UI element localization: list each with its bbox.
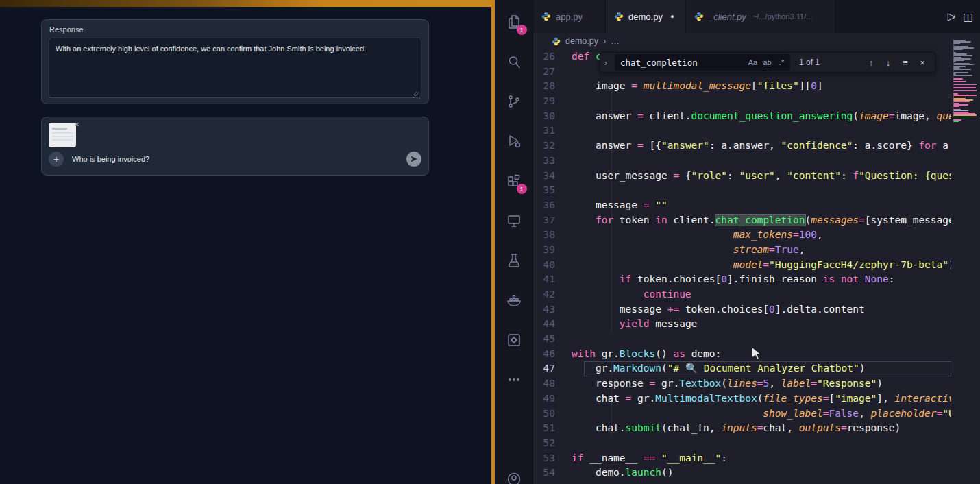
activity-item-tools[interactable] [500,326,528,354]
docker-icon [506,292,522,308]
code-line-36[interactable]: 36 message = "" [533,198,951,213]
response-block: Response With an extremely high level of… [41,19,429,104]
send-icon [410,155,418,163]
code-line-41[interactable]: 41 if token.choices[0].finish_reason is … [533,272,951,287]
vscode-window: 1 [495,0,980,484]
app-titlebar [0,0,491,7]
tab-bar-tabs: app.py demo.py● _client.py~/.../python3.… [533,0,835,33]
regex-toggle[interactable]: .* [775,56,788,69]
close-find-button[interactable]: × [916,56,929,69]
python-file-icon [614,12,624,21]
minimap[interactable] [951,33,980,484]
response-textarea[interactable]: With an extremely high level of confiden… [49,38,421,98]
run-dropdown-icon: ∨ [951,13,956,20]
code-line-34[interactable]: 34 user_message = {"role": "user", "cont… [533,169,951,184]
find-toggles: Aa ab .* [746,56,788,69]
activity-item-source-control[interactable] [500,88,528,115]
activity-item-more[interactable] [500,366,528,394]
code-lines: 26def chat_fn(multimodal_message):2728 i… [533,49,951,484]
code-line-29[interactable]: 29 [533,94,951,109]
tab-bar: app.py demo.py● _client.py~/.../python3.… [533,0,980,33]
code-line-42[interactable]: 42 continue [533,287,951,302]
code-line-44[interactable]: 44 yield message [533,317,951,332]
send-button[interactable] [406,152,421,167]
python-file-icon [541,12,551,21]
find-in-selection-button[interactable]: ≡ [898,56,912,69]
code-line-33[interactable]: 33 [533,154,951,169]
breadcrumb[interactable]: demo.py › … [533,33,951,49]
code-line-49[interactable]: 49 chat = gr.MultimodalTextbox(file_type… [533,391,951,407]
code-line-46[interactable]: 46with gr.Blocks() as demo: [533,347,951,362]
code-line-55[interactable]: 55 [533,481,951,484]
modified-dot: ● [667,13,677,20]
account-icon [506,471,522,484]
message-input[interactable] [72,155,398,163]
activity-bar: 1 [495,0,533,484]
find-widget: › Aa ab .* 1 of 1 ↑ ↓ ≡ × [600,52,935,73]
tab-demo.py[interactable]: demo.py● [606,0,686,33]
tab-_client.py[interactable]: _client.py~/.../python3.11/... [686,0,835,33]
testing-beaker-icon [506,252,522,269]
code-line-32[interactable]: 32 answer = [{"answer": a.answer, "confi… [533,138,951,154]
find-input-wrap: Aa ab .* [615,54,790,71]
breadcrumb-file: demo.py [565,36,598,46]
code-line-53[interactable]: 53if __name__ == "__main__": [533,451,951,466]
run-python-file-button[interactable]: ▷ ∨ [948,10,956,23]
activity-item-testing[interactable] [500,247,528,274]
textarea-resize-handle[interactable] [413,92,420,99]
activity-item-search[interactable] [500,48,528,75]
breadcrumb-more: … [611,36,620,46]
code-line-30[interactable]: 30 answer = client.document_question_ans… [533,109,951,124]
code-line-31[interactable]: 31 [533,123,951,138]
tools-gear-icon [506,332,522,348]
activity-item-explorer[interactable]: 1 [500,8,528,36]
activity-item-extensions[interactable]: 1 [500,167,528,195]
find-expand-toggle[interactable]: › [600,53,611,72]
remove-attachment-icon[interactable]: × [72,120,82,130]
whole-word-toggle[interactable]: ab [761,56,774,69]
gradio-app-window: Response With an extremely high level of… [0,0,491,484]
python-file-icon [552,37,561,46]
code-line-52[interactable]: 52 [533,436,951,451]
code-line-39[interactable]: 39 stream=True, [533,243,951,258]
split-editor-button[interactable]: ◫ [963,10,973,23]
find-results-count: 1 of 1 [799,58,820,67]
code-line-54[interactable]: 54 demo.launch() [533,465,951,481]
remote-explorer-icon [506,213,522,229]
add-attachment-button[interactable]: + [49,152,64,167]
editor-pane: 26def chat_fn(multimodal_message):2728 i… [533,49,951,484]
code-line-28[interactable]: 28 image = multimodal_message["files"][0… [533,79,951,94]
source-control-icon [506,93,522,110]
code-line-37[interactable]: 37 for token in client.chat_completion(m… [533,213,951,228]
code-line-40[interactable]: 40 model="HuggingFaceH4/zephyr-7b-beta")… [533,258,951,273]
editor-actions: ▷ ∨ ◫ [944,0,977,33]
code-line-35[interactable]: 35 [533,183,951,198]
code-line-48[interactable]: 48 response = gr.Textbox(lines=5, label=… [533,376,951,391]
activity-item-docker[interactable] [500,287,528,314]
response-label: Response [49,25,84,34]
code-line-47[interactable]: 47 gr.Markdown("# 🔍 Document Analyzer Ch… [533,361,951,376]
activity-item-remote-explorer[interactable] [500,207,528,234]
chat-input-row: + [49,151,421,167]
python-file-icon [694,12,704,21]
activity-item-account[interactable] [506,471,522,484]
code-line-45[interactable]: 45 [533,332,951,347]
code-line-51[interactable]: 51 chat.submit(chat_fn, inputs=chat, out… [533,421,951,436]
next-match-button[interactable]: ↓ [881,56,895,69]
code-line-43[interactable]: 43 message += token.choices[0].delta.con… [533,302,951,317]
match-case-toggle[interactable]: Aa [746,56,759,69]
search-icon [506,53,522,70]
code-line-50[interactable]: 50 show_label=False, placeholder="Upload… [533,407,951,422]
run-debug-icon [506,133,522,149]
multimodal-input-block: × + [41,117,429,176]
tab-app.py[interactable]: app.py [533,0,606,33]
explorer-badge: 1 [517,25,527,35]
previous-match-button[interactable]: ↑ [864,56,878,69]
more-icon [506,372,522,388]
screen: Response With an extremely high level of… [0,0,980,484]
extensions-badge: 1 [517,184,527,194]
code-line-38[interactable]: 38 max_tokens=100, [533,228,951,243]
breadcrumb-separator: › [603,36,606,46]
activity-item-run-debug[interactable] [500,128,528,155]
